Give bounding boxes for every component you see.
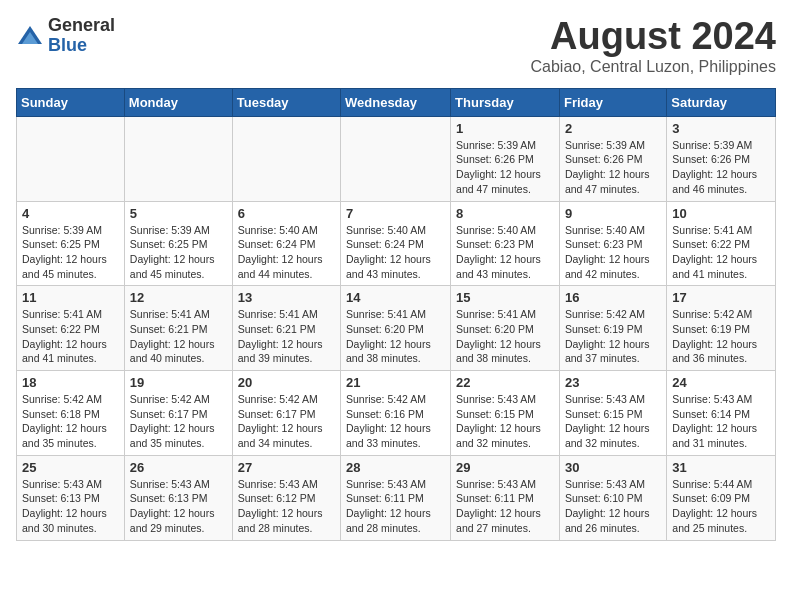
logo: General Blue [16, 16, 115, 56]
day-detail: Sunrise: 5:39 AM Sunset: 6:25 PM Dayligh… [22, 223, 119, 282]
day-number: 13 [238, 290, 335, 305]
day-number: 31 [672, 460, 770, 475]
day-number: 20 [238, 375, 335, 390]
day-detail: Sunrise: 5:43 AM Sunset: 6:15 PM Dayligh… [565, 392, 661, 451]
weekday-header: Monday [124, 88, 232, 116]
calendar-cell: 20Sunrise: 5:42 AM Sunset: 6:17 PM Dayli… [232, 371, 340, 456]
logo-icon [16, 24, 44, 48]
calendar-cell: 28Sunrise: 5:43 AM Sunset: 6:11 PM Dayli… [341, 455, 451, 540]
calendar-cell: 15Sunrise: 5:41 AM Sunset: 6:20 PM Dayli… [451, 286, 560, 371]
day-detail: Sunrise: 5:43 AM Sunset: 6:11 PM Dayligh… [346, 477, 445, 536]
calendar-cell: 16Sunrise: 5:42 AM Sunset: 6:19 PM Dayli… [559, 286, 666, 371]
day-number: 5 [130, 206, 227, 221]
day-detail: Sunrise: 5:40 AM Sunset: 6:23 PM Dayligh… [565, 223, 661, 282]
weekday-header: Saturday [667, 88, 776, 116]
day-number: 9 [565, 206, 661, 221]
day-number: 3 [672, 121, 770, 136]
weekday-header: Tuesday [232, 88, 340, 116]
weekday-header: Thursday [451, 88, 560, 116]
calendar-table: SundayMondayTuesdayWednesdayThursdayFrid… [16, 88, 776, 541]
calendar-cell: 10Sunrise: 5:41 AM Sunset: 6:22 PM Dayli… [667, 201, 776, 286]
day-number: 24 [672, 375, 770, 390]
day-detail: Sunrise: 5:41 AM Sunset: 6:21 PM Dayligh… [130, 307, 227, 366]
day-detail: Sunrise: 5:41 AM Sunset: 6:20 PM Dayligh… [456, 307, 554, 366]
day-number: 18 [22, 375, 119, 390]
day-number: 2 [565, 121, 661, 136]
day-number: 23 [565, 375, 661, 390]
day-detail: Sunrise: 5:39 AM Sunset: 6:26 PM Dayligh… [672, 138, 770, 197]
calendar-cell: 3Sunrise: 5:39 AM Sunset: 6:26 PM Daylig… [667, 116, 776, 201]
day-number: 25 [22, 460, 119, 475]
calendar-cell: 31Sunrise: 5:44 AM Sunset: 6:09 PM Dayli… [667, 455, 776, 540]
weekday-header-row: SundayMondayTuesdayWednesdayThursdayFrid… [17, 88, 776, 116]
day-number: 6 [238, 206, 335, 221]
weekday-header: Friday [559, 88, 666, 116]
calendar-cell: 19Sunrise: 5:42 AM Sunset: 6:17 PM Dayli… [124, 371, 232, 456]
calendar-cell: 5Sunrise: 5:39 AM Sunset: 6:25 PM Daylig… [124, 201, 232, 286]
calendar-cell [341, 116, 451, 201]
calendar-cell: 2Sunrise: 5:39 AM Sunset: 6:26 PM Daylig… [559, 116, 666, 201]
calendar-week-row: 11Sunrise: 5:41 AM Sunset: 6:22 PM Dayli… [17, 286, 776, 371]
day-number: 19 [130, 375, 227, 390]
day-number: 28 [346, 460, 445, 475]
day-number: 29 [456, 460, 554, 475]
day-detail: Sunrise: 5:42 AM Sunset: 6:17 PM Dayligh… [238, 392, 335, 451]
day-detail: Sunrise: 5:43 AM Sunset: 6:10 PM Dayligh… [565, 477, 661, 536]
day-detail: Sunrise: 5:42 AM Sunset: 6:19 PM Dayligh… [565, 307, 661, 366]
day-number: 16 [565, 290, 661, 305]
calendar-cell: 29Sunrise: 5:43 AM Sunset: 6:11 PM Dayli… [451, 455, 560, 540]
calendar-cell: 18Sunrise: 5:42 AM Sunset: 6:18 PM Dayli… [17, 371, 125, 456]
calendar-cell [232, 116, 340, 201]
day-detail: Sunrise: 5:41 AM Sunset: 6:22 PM Dayligh… [672, 223, 770, 282]
calendar-cell [17, 116, 125, 201]
calendar-week-row: 4Sunrise: 5:39 AM Sunset: 6:25 PM Daylig… [17, 201, 776, 286]
day-number: 10 [672, 206, 770, 221]
day-detail: Sunrise: 5:43 AM Sunset: 6:12 PM Dayligh… [238, 477, 335, 536]
calendar-cell: 23Sunrise: 5:43 AM Sunset: 6:15 PM Dayli… [559, 371, 666, 456]
day-number: 1 [456, 121, 554, 136]
calendar-subtitle: Cabiao, Central Luzon, Philippines [531, 58, 776, 76]
day-number: 15 [456, 290, 554, 305]
day-number: 17 [672, 290, 770, 305]
day-detail: Sunrise: 5:42 AM Sunset: 6:19 PM Dayligh… [672, 307, 770, 366]
day-detail: Sunrise: 5:44 AM Sunset: 6:09 PM Dayligh… [672, 477, 770, 536]
calendar-cell: 27Sunrise: 5:43 AM Sunset: 6:12 PM Dayli… [232, 455, 340, 540]
calendar-cell: 13Sunrise: 5:41 AM Sunset: 6:21 PM Dayli… [232, 286, 340, 371]
calendar-cell: 1Sunrise: 5:39 AM Sunset: 6:26 PM Daylig… [451, 116, 560, 201]
weekday-header: Wednesday [341, 88, 451, 116]
day-number: 26 [130, 460, 227, 475]
logo-blue: Blue [48, 35, 87, 55]
calendar-cell: 14Sunrise: 5:41 AM Sunset: 6:20 PM Dayli… [341, 286, 451, 371]
day-number: 11 [22, 290, 119, 305]
calendar-week-row: 18Sunrise: 5:42 AM Sunset: 6:18 PM Dayli… [17, 371, 776, 456]
day-detail: Sunrise: 5:43 AM Sunset: 6:13 PM Dayligh… [22, 477, 119, 536]
calendar-cell: 7Sunrise: 5:40 AM Sunset: 6:24 PM Daylig… [341, 201, 451, 286]
calendar-week-row: 1Sunrise: 5:39 AM Sunset: 6:26 PM Daylig… [17, 116, 776, 201]
day-detail: Sunrise: 5:43 AM Sunset: 6:14 PM Dayligh… [672, 392, 770, 451]
calendar-cell: 8Sunrise: 5:40 AM Sunset: 6:23 PM Daylig… [451, 201, 560, 286]
calendar-cell: 12Sunrise: 5:41 AM Sunset: 6:21 PM Dayli… [124, 286, 232, 371]
weekday-header: Sunday [17, 88, 125, 116]
logo-text: General Blue [48, 16, 115, 56]
day-detail: Sunrise: 5:40 AM Sunset: 6:24 PM Dayligh… [238, 223, 335, 282]
page-header: General Blue August 2024 Cabiao, Central… [16, 16, 776, 76]
calendar-cell: 17Sunrise: 5:42 AM Sunset: 6:19 PM Dayli… [667, 286, 776, 371]
calendar-cell: 9Sunrise: 5:40 AM Sunset: 6:23 PM Daylig… [559, 201, 666, 286]
day-detail: Sunrise: 5:39 AM Sunset: 6:25 PM Dayligh… [130, 223, 227, 282]
day-number: 21 [346, 375, 445, 390]
logo-general: General [48, 15, 115, 35]
calendar-cell: 11Sunrise: 5:41 AM Sunset: 6:22 PM Dayli… [17, 286, 125, 371]
calendar-cell: 25Sunrise: 5:43 AM Sunset: 6:13 PM Dayli… [17, 455, 125, 540]
calendar-cell: 6Sunrise: 5:40 AM Sunset: 6:24 PM Daylig… [232, 201, 340, 286]
calendar-week-row: 25Sunrise: 5:43 AM Sunset: 6:13 PM Dayli… [17, 455, 776, 540]
calendar-title: August 2024 [531, 16, 776, 58]
day-detail: Sunrise: 5:41 AM Sunset: 6:21 PM Dayligh… [238, 307, 335, 366]
day-detail: Sunrise: 5:40 AM Sunset: 6:24 PM Dayligh… [346, 223, 445, 282]
title-section: August 2024 Cabiao, Central Luzon, Phili… [531, 16, 776, 76]
day-number: 27 [238, 460, 335, 475]
day-detail: Sunrise: 5:41 AM Sunset: 6:20 PM Dayligh… [346, 307, 445, 366]
day-number: 30 [565, 460, 661, 475]
calendar-cell: 4Sunrise: 5:39 AM Sunset: 6:25 PM Daylig… [17, 201, 125, 286]
day-number: 22 [456, 375, 554, 390]
calendar-cell: 30Sunrise: 5:43 AM Sunset: 6:10 PM Dayli… [559, 455, 666, 540]
